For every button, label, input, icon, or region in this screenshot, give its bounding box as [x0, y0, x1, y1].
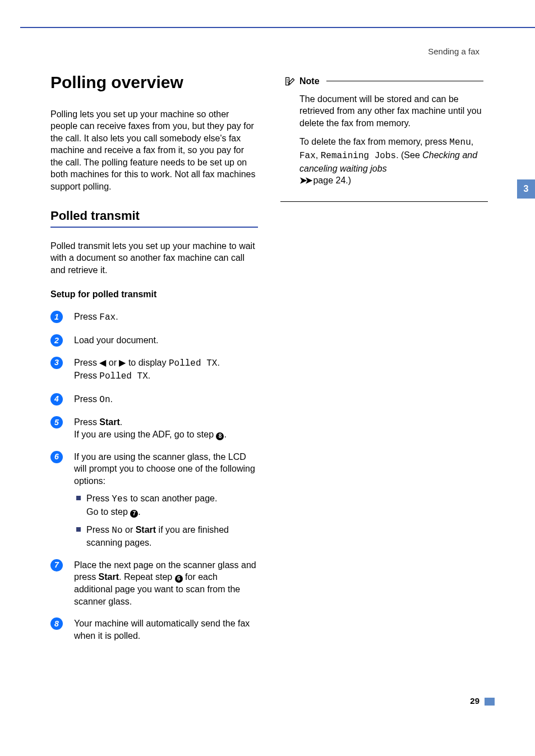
step-text: Press	[74, 394, 99, 404]
step-text: Press	[74, 358, 99, 367]
code: Polled TX	[169, 358, 217, 368]
step-text: Press	[74, 312, 99, 321]
step-text: If you are using the scanner glass, the …	[74, 452, 255, 486]
step-3: 3 Press ◀ or ▶ to display Polled TX. Pre…	[50, 357, 258, 383]
note-page-ref: 24	[335, 176, 345, 185]
bullet-text: .	[138, 507, 140, 517]
step-text: .	[224, 430, 226, 439]
step-badge: 1	[50, 311, 63, 323]
bold-text: Start	[99, 572, 119, 582]
note-p2: To delete the fax from memory, press Men…	[299, 136, 483, 186]
note-p1: The document will be stored and can be r…	[299, 93, 483, 130]
double-arrow-icon: ➤➤	[299, 176, 311, 185]
bullet-text: or	[123, 525, 136, 534]
bullet-text: to scan another page.	[128, 494, 217, 503]
step-2: 2 Load your document.	[50, 334, 258, 347]
intro-paragraph: Polling lets you set up your machine so …	[50, 108, 258, 193]
page-content: Polling overview Polling lets you set up…	[50, 73, 488, 652]
step-badge: 3	[50, 357, 63, 369]
header-section-label: Sending a fax	[428, 47, 479, 56]
step-badge: 7	[50, 559, 63, 571]
step-ref-icon: 8	[216, 432, 224, 440]
step-8: 8 Your machine will automatically send t…	[50, 617, 258, 642]
subheading: Setup for polled transmit	[50, 289, 258, 299]
code: On	[99, 395, 110, 405]
code: Fax	[299, 151, 316, 161]
step-text: or	[106, 358, 119, 367]
step-text: to display	[126, 358, 168, 367]
note-text: To delete the fax from memory, press	[299, 137, 449, 146]
step-text: .	[120, 417, 122, 427]
page-title: Polling overview	[50, 73, 258, 93]
step-text: .	[116, 312, 118, 321]
note-text: .)	[345, 176, 351, 185]
note-text: page	[311, 176, 335, 185]
step-5: 5 Press Start. If you are using the ADF,…	[50, 416, 258, 440]
note-icon	[285, 76, 296, 87]
step-ref-icon: 7	[130, 510, 138, 518]
step-text: If you are using the ADF, go to step	[74, 430, 216, 439]
bullet-text: Go to step	[86, 507, 130, 517]
step-text: Your machine will automatically send the…	[74, 619, 250, 640]
note-rule	[326, 81, 483, 81]
page-corner-mark	[485, 698, 495, 706]
page-number: 29	[470, 696, 479, 706]
section-lead: Polled transmit lets you set up your mac…	[50, 240, 258, 276]
bullet-text: Press	[86, 525, 112, 534]
step-text: Press	[74, 417, 99, 427]
step-badge: 5	[50, 416, 63, 428]
step-text: .	[148, 371, 150, 380]
bullet: Press Yes to scan another page. Go to st…	[74, 492, 258, 518]
left-triangle-icon: ◀	[99, 358, 106, 367]
top-rule	[20, 27, 535, 28]
step-badge: 4	[50, 393, 63, 405]
code: Menu	[449, 137, 471, 147]
note-text: ,	[471, 137, 473, 146]
note-text: . (See	[396, 150, 422, 160]
code: Fax	[99, 312, 116, 322]
step-ref-icon: 6	[175, 575, 183, 583]
bullet: Press No or Start if you are finished sc…	[74, 524, 258, 549]
chapter-tab: 3	[517, 179, 535, 199]
code: Remaining Jobs	[321, 151, 396, 161]
steps-list: 1 Press Fax. 2 Load your document. 3 Pre…	[50, 311, 258, 642]
sub-bullets: Press Yes to scan another page. Go to st…	[74, 492, 258, 548]
right-column: Note The document will be stored and can…	[280, 73, 488, 652]
right-triangle-icon: ▶	[119, 358, 126, 367]
bold-text: Start	[136, 525, 156, 534]
step-badge: 6	[50, 451, 63, 463]
bullet-text: Press	[86, 494, 112, 503]
code: Yes	[112, 494, 128, 504]
step-6: 6 If you are using the scanner glass, th…	[50, 451, 258, 549]
step-badge: 2	[50, 334, 63, 347]
note-body: The document will be stored and can be r…	[285, 87, 483, 187]
step-text: . Repeat step	[119, 572, 175, 582]
step-text: Load your document.	[74, 335, 158, 345]
step-4: 4 Press On.	[50, 393, 258, 407]
step-text: .	[110, 394, 113, 404]
note-label: Note	[299, 75, 320, 87]
note-header: Note	[285, 75, 483, 87]
step-7: 7 Place the next page on the scanner gla…	[50, 559, 258, 607]
section-heading: Polled transmit	[50, 209, 258, 228]
step-1: 1 Press Fax.	[50, 311, 258, 324]
note-text: ,	[316, 150, 321, 160]
step-text: Press	[74, 371, 99, 380]
bold-text: Start	[99, 417, 119, 427]
left-column: Polling overview Polling lets you set up…	[50, 73, 258, 652]
code: Polled TX	[99, 371, 147, 381]
code: No	[112, 525, 122, 536]
step-text: .	[217, 358, 219, 367]
step-badge: 8	[50, 617, 63, 630]
note-box: Note The document will be stored and can…	[280, 75, 488, 202]
